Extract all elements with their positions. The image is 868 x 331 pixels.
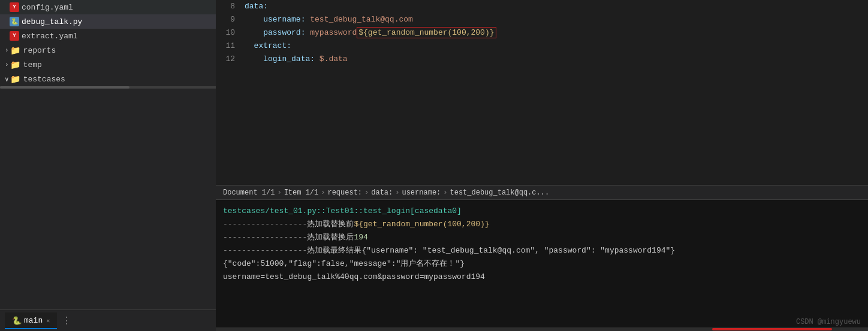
code-line-11: extract:	[245, 40, 868, 53]
file-label-config-yaml: config.yaml	[22, 3, 73, 12]
breadcrumb-sep-1: ›	[277, 189, 281, 197]
terminal-line-2: ------------------热加载替换前${get_random_num…	[223, 218, 861, 231]
breadcrumb-username: username:	[402, 189, 441, 197]
file-item-extract-yaml[interactable]: Y extract.yaml	[0, 29, 216, 43]
folder-testcases[interactable]: ∨ 📁 testcases	[0, 72, 216, 86]
terminal-line-1: testcases/test_01.py::Test01::test_login…	[223, 205, 861, 218]
file-label-extract-yaml: extract.yaml	[22, 32, 78, 41]
file-item-debug-talk[interactable]: 🐍 debug_talk.py	[0, 14, 216, 29]
sidebar: Y config.yaml 🐍 debug_talk.py Y extract.…	[0, 0, 216, 331]
terminal-area: testcases/test_01.py::Test01::test_login…	[216, 199, 868, 331]
chevron-icon-reports: ›	[5, 47, 9, 54]
line-numbers: 8 9 10 11 12	[216, 0, 240, 185]
yaml-icon-extract: Y	[10, 31, 19, 41]
file-tree: Y config.yaml 🐍 debug_talk.py Y extract.…	[0, 0, 216, 309]
terminal-scroll-thumb	[712, 328, 832, 330]
terminal-line-5: {"code":51000,"flag":false,"message":"用户…	[223, 257, 861, 271]
chevron-icon-testcases: ∨	[5, 75, 9, 83]
terminal-scrollbar[interactable]	[216, 327, 868, 331]
breadcrumb: Document 1/1 › Item 1/1 › request: › dat…	[216, 185, 868, 199]
folder-reports[interactable]: › 📁 reports	[0, 43, 216, 57]
breadcrumb-doc: Document 1/1	[223, 189, 275, 197]
code-line-8: data:	[245, 0, 868, 13]
tab-main-label: main	[24, 316, 43, 325]
file-item-config-yaml[interactable]: Y config.yaml	[0, 0, 216, 14]
folder-label-testcases: testcases	[23, 75, 65, 84]
file-label-debug-talk: debug_talk.py	[22, 17, 82, 26]
editor-area: 8 9 10 11 12 data: username: test_debug_…	[216, 0, 868, 331]
breadcrumb-item: Item 1/1	[284, 189, 319, 197]
chevron-icon-temp: ›	[5, 61, 9, 68]
folder-icon-testcases: 📁	[10, 74, 21, 84]
code-content[interactable]: data: username: test_debug_talk@qq.com p…	[240, 0, 868, 185]
code-line-10: password: mypassword${get_random_number(…	[245, 26, 868, 40]
folder-icon-temp: 📁	[10, 59, 21, 70]
breadcrumb-data: data:	[371, 189, 393, 197]
watermark: CSDN @mingyuewu	[796, 318, 861, 326]
breadcrumb-email: test_debug_talk@qq.c...	[450, 189, 549, 197]
folder-label-temp: temp	[23, 60, 42, 69]
terminal-line-4: ------------------热加载最终结果{"username": "t…	[223, 244, 861, 257]
breadcrumb-sep-3: ›	[364, 189, 369, 197]
yaml-icon: Y	[10, 2, 19, 12]
breadcrumb-sep-5: ›	[443, 189, 447, 197]
terminal-line-6: username=test_debug_talk%40qq.com&passwo…	[223, 271, 861, 284]
tab-more-icon[interactable]: ⋮	[62, 315, 71, 327]
code-editor: 8 9 10 11 12 data: username: test_debug_…	[216, 0, 868, 185]
folder-temp[interactable]: › 📁 temp	[0, 57, 216, 72]
code-line-9: username: test_debug_talk@qq.com	[245, 13, 868, 26]
folder-label-reports: reports	[23, 46, 56, 55]
breadcrumb-request: request:	[327, 189, 362, 197]
code-line-12: login_data: $.data	[245, 53, 868, 66]
breadcrumb-sep-2: ›	[321, 189, 325, 197]
folder-icon-reports: 📁	[10, 45, 21, 56]
sidebar-tab-bar: 🐍 main ✕ ⋮	[0, 309, 216, 331]
sidebar-scrollbar[interactable]	[0, 86, 216, 89]
tab-main[interactable]: 🐍 main ✕	[5, 312, 57, 329]
template-highlight: ${get_random_number(100,200)}	[357, 27, 496, 38]
terminal-content[interactable]: testcases/test_01.py::Test01::test_login…	[216, 200, 868, 327]
terminal-line-3: ------------------热加载替换后194	[223, 231, 861, 244]
breadcrumb-sep-4: ›	[395, 189, 399, 197]
sidebar-scroll-thumb	[0, 86, 129, 89]
tab-close-icon[interactable]: ✕	[46, 317, 50, 324]
py-icon: 🐍	[10, 17, 19, 26]
